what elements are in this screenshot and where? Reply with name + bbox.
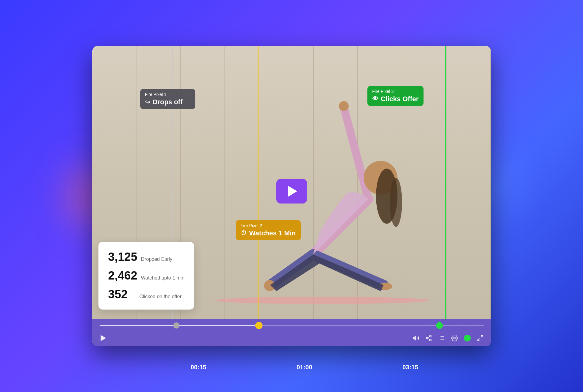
dropoff-icon: ↪ — [145, 98, 150, 106]
play-pause-button[interactable] — [100, 335, 106, 341]
settings-button[interactable] — [451, 335, 458, 341]
play-button-overlay[interactable] — [276, 179, 307, 204]
pixel3-line — [445, 46, 446, 319]
controls-right — [412, 335, 484, 341]
svg-line-17 — [428, 336, 429, 337]
pixel3-card: Fire Pixel 3 👁 Clicks Offer — [367, 86, 424, 106]
outer-container: Fire Pixel 1 ↪ Drops off Fire Pixel 2 ⏱ … — [77, 28, 506, 365]
pixel2-action: ⏱ Watches 1 Min — [241, 229, 296, 237]
pixel2-card: Fire Pixel 2 ⏱ Watches 1 Min — [236, 220, 301, 240]
svg-point-0 — [215, 297, 430, 304]
play-triangle-icon — [288, 186, 297, 197]
timestamp-start: 00:15 — [191, 364, 206, 371]
svg-line-3 — [344, 107, 368, 199]
pixel3-progress-dot — [436, 322, 443, 329]
volume-icon — [412, 335, 419, 341]
play-icon — [101, 335, 106, 341]
stats-card: 3,125 Dropped Early 2,462 Watched upto 1… — [98, 242, 194, 310]
pixel1-progress-dot — [173, 322, 179, 329]
volume-button[interactable] — [412, 335, 419, 341]
svg-point-13 — [429, 335, 431, 337]
stat-label-3: Clicked on the offer — [140, 294, 182, 299]
pixel3-title: Fire Pixel 3 — [372, 89, 419, 94]
timestamp-end: 03:15 — [402, 364, 418, 371]
fullscreen-icon — [477, 335, 484, 341]
stat-row-3: 352 Clicked on the offer — [108, 288, 185, 301]
svg-point-4 — [339, 101, 349, 111]
chapters-button[interactable] — [438, 335, 445, 341]
fullscreen-button[interactable] — [477, 335, 484, 341]
progress-track-area[interactable] — [100, 321, 484, 330]
controls-bar — [92, 319, 491, 346]
svg-line-26 — [478, 338, 479, 340]
svg-point-24 — [454, 337, 455, 339]
gear-icon — [451, 335, 458, 341]
pixel1-action: ↪ Drops off — [145, 98, 190, 106]
svg-line-16 — [428, 338, 429, 340]
video-player: Fire Pixel 1 ↪ Drops off Fire Pixel 2 ⏱ … — [92, 46, 491, 346]
svg-point-7 — [390, 178, 402, 227]
pixel2-line — [258, 46, 259, 319]
timestamp-mid: 01:00 — [297, 364, 312, 371]
pixel3-action: 👁 Clicks Offer — [372, 95, 419, 103]
progress-track — [100, 325, 484, 326]
stat-label-1: Dropped Early — [141, 257, 172, 262]
svg-marker-12 — [413, 336, 415, 340]
stat-number-3: 352 — [108, 288, 136, 301]
svg-line-25 — [481, 335, 482, 337]
svg-point-14 — [426, 337, 428, 339]
stat-label-2: Watched upto 1 min — [141, 275, 185, 281]
share-button[interactable] — [425, 335, 432, 341]
pixel1-card: Fire Pixel 1 ↪ Drops off — [140, 89, 195, 109]
stat-row-2: 2,462 Watched upto 1 min — [108, 269, 185, 282]
list-icon — [438, 335, 445, 341]
glow-right — [488, 162, 512, 208]
pixel1-title: Fire Pixel 1 — [145, 92, 190, 97]
stat-row-1: 3,125 Dropped Early — [108, 250, 185, 264]
pixel2-progress-dot — [255, 322, 263, 329]
controls-left — [100, 335, 106, 341]
svg-point-15 — [429, 339, 431, 341]
stat-number-1: 3,125 — [108, 250, 137, 264]
active-pixel-indicator — [464, 335, 471, 341]
controls-row — [100, 330, 484, 346]
pixel2-title: Fire Pixel 2 — [241, 223, 296, 228]
timestamps-row: 00:15 01:00 03:15 — [77, 364, 506, 371]
share-icon — [425, 335, 432, 341]
eye-icon: 👁 — [372, 95, 378, 102]
watch-icon: ⏱ — [241, 230, 247, 237]
stat-number-2: 2,462 — [108, 269, 137, 282]
